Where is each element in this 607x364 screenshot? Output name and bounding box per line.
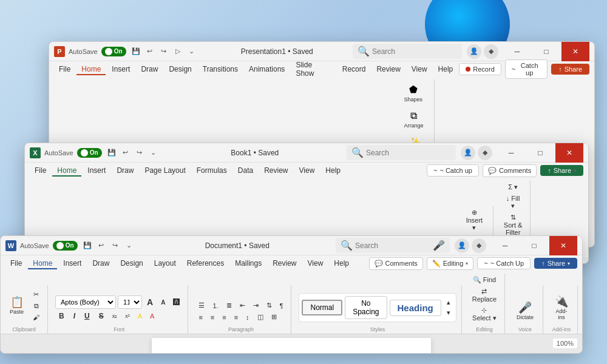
word-numbering-btn[interactable]: 1. [209,301,221,311]
word-multilevel-list-btn[interactable]: ≣ [223,300,235,311]
word-show-para-btn[interactable]: ¶ [277,301,287,311]
ppt-autosave-toggle[interactable]: On [101,47,126,56]
word-replace-btn[interactable]: ⇄ Replace [469,286,500,304]
word-save-icon[interactable]: 💾 [81,240,93,252]
word-italic-btn[interactable]: I [70,310,79,322]
word-menu-references[interactable]: References [182,257,229,269]
word-highlight-btn[interactable]: A [135,311,145,321]
word-style-heading[interactable]: Heading [390,300,441,316]
word-format-painter-btn[interactable]: 🖌 [30,312,42,322]
word-autosave-toggle[interactable]: On [53,241,78,251]
excel-menu-file[interactable]: File [30,164,51,177]
word-redo-icon[interactable]: ↪ [109,240,121,252]
word-justify-btn[interactable]: ≡ [231,312,241,322]
word-sort-btn[interactable]: ⇅ [263,300,275,311]
excel-fill-btn[interactable]: ↓ Fill ▾ [501,194,526,211]
word-paste-btn[interactable]: 📋 Paste [5,294,28,318]
ppt-menu-insert[interactable]: Insert [107,63,135,75]
word-menu-view[interactable]: View [303,257,328,269]
word-right-align-btn[interactable]: ≡ [219,312,229,322]
word-increase-font-btn[interactable]: A [144,296,156,308]
word-clear-format-btn[interactable]: 🅰 [170,297,183,307]
word-bold-btn[interactable]: B [55,310,68,322]
word-styles-up-btn[interactable]: ▴ [444,297,453,308]
ppt-menu-file[interactable]: File [54,63,75,75]
word-menu-insert[interactable]: Insert [58,257,86,269]
ppt-menu-animations[interactable]: Animations [244,63,290,75]
word-menu-mailings[interactable]: Mailings [230,257,266,269]
excel-catchup-btn[interactable]: ~ ~ Catch up [427,164,479,177]
word-underline-btn[interactable]: U [81,310,93,322]
word-bullets-btn[interactable]: ☰ [195,300,208,311]
word-menu-layout[interactable]: Layout [149,257,181,269]
excel-menu-help[interactable]: Help [320,164,345,177]
excel-sum-btn[interactable]: Σ ▾ [501,182,526,192]
ppt-present-icon[interactable]: ▷ [172,46,184,58]
word-superscript-btn[interactable]: x² [122,312,133,320]
ppt-menu-slideshow[interactable]: Slide Show [291,59,336,79]
word-mic-icon[interactable]: 🎤 [433,240,445,251]
word-line-spacing-btn[interactable]: ↕ [243,312,253,322]
excel-redo-icon[interactable]: ↪ [134,147,146,159]
ppt-menu-view[interactable]: View [407,63,432,75]
excel-maximize-btn[interactable]: □ [526,143,554,163]
word-search-bar[interactable]: 🔍 🎤 [336,238,450,253]
word-menu-home[interactable]: Home [28,257,57,269]
word-menu-draw[interactable]: Draw [87,257,114,269]
word-catchup-btn[interactable]: ~ ~ Catch Up [477,257,531,269]
ppt-shapes-btn[interactable]: ⬟ Shapes [399,81,427,106]
excel-comments-btn[interactable]: 💬 Comments [483,164,537,177]
ppt-menu-design[interactable]: Design [164,63,196,75]
ppt-menu-record[interactable]: Record [337,63,371,75]
word-maximize-btn[interactable]: □ [520,236,548,255]
excel-autosave-toggle[interactable]: On [77,148,102,158]
word-decrease-indent-btn[interactable]: ⇤ [237,300,248,311]
ppt-menu-help[interactable]: Help [433,63,458,75]
word-decrease-font-btn[interactable]: A [158,298,168,307]
ppt-search-bar[interactable]: 🔍 [353,44,462,59]
ppt-search-input[interactable] [372,47,445,56]
word-increase-indent-btn[interactable]: ⇥ [250,300,262,311]
ppt-menu-home[interactable]: Home [76,63,106,75]
word-find-btn[interactable]: 🔍 Find [469,275,500,285]
excel-search-bar[interactable]: 🔍 [347,145,456,160]
word-more-icon[interactable]: ⌄ [123,240,135,252]
word-fontsize-select[interactable]: 11 [118,295,142,309]
word-style-nospacing[interactable]: No Spacing [345,296,387,319]
word-font-color-btn[interactable]: A [147,311,157,321]
ppt-minimize-btn[interactable]: ─ [503,42,531,61]
excel-more-icon[interactable]: ⌄ [148,147,160,159]
word-menu-review[interactable]: Review [268,257,301,269]
word-search-input[interactable] [355,241,428,250]
excel-menu-review[interactable]: Review [259,164,293,177]
excel-menu-draw[interactable]: Draw [112,164,138,177]
excel-close-btn[interactable]: ✕ [555,143,583,163]
word-border-btn[interactable]: ⊞ [268,312,280,322]
ppt-share-btn[interactable]: ↑ Share [551,64,589,75]
word-subscript-btn[interactable]: x₂ [109,312,121,320]
word-menu-design[interactable]: Design [115,257,148,269]
word-comments-btn[interactable]: 💬 Comments [369,257,423,270]
word-styles-down-btn[interactable]: ▾ [444,308,453,318]
word-center-align-btn[interactable]: ≡ [208,312,217,322]
ppt-catchup-btn[interactable]: ~ Catch up [505,59,548,79]
word-addins-btn[interactable]: 🔌 Add-ins [551,293,572,323]
excel-menu-formulas[interactable]: Formulas [192,164,232,177]
ppt-undo-icon[interactable]: ↩ [144,46,156,58]
word-close-btn[interactable]: ✕ [549,236,577,255]
excel-menu-view[interactable]: View [294,164,320,177]
word-menu-file[interactable]: File [5,257,27,269]
word-dictate-btn[interactable]: 🎤 Dictate [512,299,538,323]
excel-share-btn[interactable]: ↑ Share ▾ [540,165,583,176]
ppt-more-icon[interactable]: ⌄ [186,46,198,58]
word-cut-btn[interactable]: ✂ [30,289,42,300]
ppt-menu-draw[interactable]: Draw [136,63,163,75]
excel-menu-home[interactable]: Home [52,164,81,177]
excel-undo-icon[interactable]: ↩ [120,147,132,159]
word-style-normal[interactable]: Normal [302,300,342,315]
ppt-maximize-btn[interactable]: □ [532,42,560,61]
ppt-close-btn[interactable]: ✕ [561,42,589,61]
word-font-select[interactable]: Aptos (Body) [55,295,116,309]
ppt-save-icon[interactable]: 💾 [130,46,142,58]
ppt-menu-transitions[interactable]: Transitions [198,63,243,75]
